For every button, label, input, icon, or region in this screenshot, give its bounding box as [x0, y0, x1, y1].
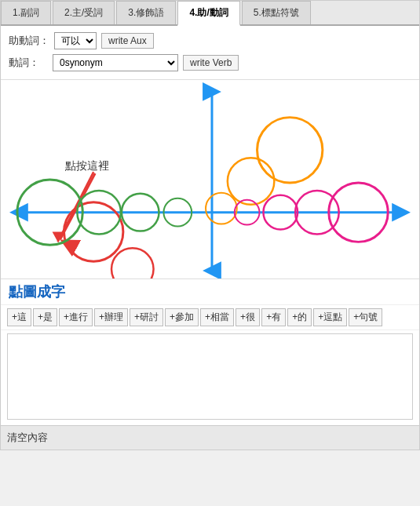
aux-row: 助動詞： 可以 能 應該 會 write Aux — [9, 32, 411, 49]
word-btn-3[interactable]: +辦理 — [94, 308, 128, 326]
textarea-container — [1, 330, 419, 425]
tab-subject-object[interactable]: 2.主/受詞 — [53, 1, 115, 24]
clear-button[interactable]: 清空內容 — [7, 429, 48, 446]
svg-point-15 — [257, 118, 323, 183]
main-container: 1.副詞 2.主/受詞 3.修飾語 4.助/動詞 5.標點符號 助動詞： 可以 … — [0, 0, 420, 450]
svg-point-16 — [228, 158, 275, 205]
chart-area[interactable]: 點按這裡 — [1, 79, 419, 279]
write-verb-button[interactable]: write Verb — [183, 55, 239, 71]
aux-label: 助動詞： — [9, 34, 49, 48]
word-btn-4[interactable]: +研討 — [130, 308, 163, 326]
tab-aux-verb[interactable]: 4.助/動詞 — [177, 1, 239, 26]
svg-point-17 — [206, 193, 237, 224]
word-btn-5[interactable]: +參加 — [165, 308, 199, 326]
aux-select[interactable]: 可以 能 應該 會 — [54, 32, 97, 49]
word-btn-11[interactable]: +句號 — [349, 308, 382, 326]
word-btn-1[interactable]: +是 — [33, 308, 57, 326]
word-btn-0[interactable]: +這 — [7, 308, 31, 326]
main-textarea[interactable] — [7, 333, 413, 420]
svg-point-11 — [64, 202, 122, 261]
word-buttons-row: +這 +是 +進行 +辦理 +研討 +參加 +相當 +很 +有 +的 +逗點 +… — [1, 304, 419, 330]
word-btn-7[interactable]: +很 — [236, 308, 260, 326]
write-aux-button[interactable]: write Aux — [101, 33, 154, 49]
word-btn-8[interactable]: +有 — [261, 308, 286, 326]
word-btn-9[interactable]: +的 — [287, 308, 312, 326]
verb-row: 動詞： 0synonym write go write Verb — [9, 54, 411, 71]
tab-punctuation[interactable]: 5.標點符號 — [242, 1, 311, 24]
chart-svg: 點按這裡 — [1, 80, 419, 278]
word-btn-10[interactable]: +逗點 — [313, 308, 347, 326]
svg-text:點按這裡: 點按這裡 — [64, 159, 109, 172]
tab-bar: 1.副詞 2.主/受詞 3.修飾語 4.助/動詞 5.標點符號 — [1, 1, 419, 26]
verb-label: 動詞： — [9, 56, 48, 70]
clear-row: 清空內容 — [1, 425, 419, 450]
controls-panel: 助動詞： 可以 能 應該 會 write Aux 動詞： 0synonym wr… — [1, 26, 419, 79]
word-btn-2[interactable]: +進行 — [59, 308, 93, 326]
tab-modifier[interactable]: 3.修飾語 — [116, 1, 176, 24]
svg-point-12 — [111, 248, 154, 278]
tab-adverb[interactable]: 1.副詞 — [1, 1, 51, 24]
chart-label: 點圖成字 — [1, 279, 419, 304]
word-btn-6[interactable]: +相當 — [200, 308, 234, 326]
verb-select[interactable]: 0synonym write go — [53, 54, 178, 71]
